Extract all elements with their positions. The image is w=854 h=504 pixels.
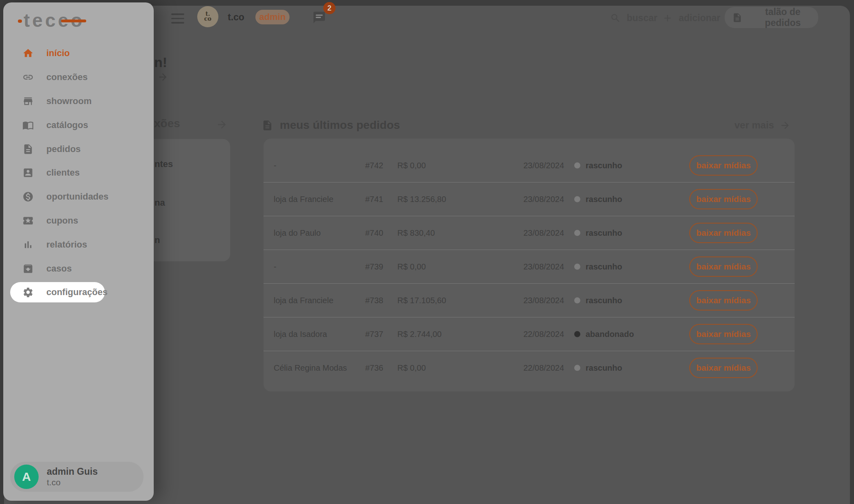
order-client: loja da Franciele: [274, 296, 333, 305]
status-dot: [574, 196, 580, 202]
status-label: abandonado: [586, 330, 634, 339]
dollar-icon: [22, 191, 34, 202]
see-more-link[interactable]: ver mais: [734, 119, 791, 131]
download-media-button[interactable]: baixar mídias: [689, 189, 758, 209]
order-amount: R$ 830,40: [397, 228, 435, 238]
download-media-label: baixar mídias: [696, 329, 751, 339]
order-amount: R$ 2.744,00: [397, 330, 442, 339]
search-icon: [610, 13, 621, 24]
order-number: #737: [365, 330, 383, 339]
download-media-label: baixar mídias: [696, 161, 751, 170]
order-date: 23/08/2024: [523, 296, 564, 305]
connection-item-fragment: ntes: [155, 160, 173, 169]
order-number: #736: [365, 363, 383, 373]
status-label: rascunho: [586, 262, 622, 272]
chart-icon: [22, 239, 34, 250]
chat-button[interactable]: 2: [312, 2, 336, 25]
table-row: - #739 R$ 0,00 23/08/2024 rascunho baixa…: [264, 250, 795, 283]
user-meta: admin Guis t.co: [47, 467, 98, 487]
order-status: rascunho: [574, 296, 622, 305]
status-dot: [574, 298, 580, 304]
status-label: rascunho: [586, 195, 622, 204]
orders-heading-label: meus últimos pedidos: [280, 119, 400, 132]
chat-icon: [312, 11, 326, 24]
order-amount: R$ 0,00: [397, 363, 426, 373]
sidebar-item-cupons[interactable]: cupons: [3, 209, 154, 233]
connections-arrow-icon[interactable]: [216, 119, 228, 130]
sidebar-item-catalogos[interactable]: catálogos: [3, 113, 154, 137]
download-media-button[interactable]: baixar mídias: [689, 290, 758, 311]
order-client: loja da Isadora: [274, 330, 327, 339]
status-dot: [574, 264, 580, 270]
plus-icon: [662, 13, 673, 24]
search-label: buscar: [627, 13, 657, 24]
search-button[interactable]: buscar: [610, 7, 657, 28]
download-media-label: baixar mídias: [696, 262, 751, 271]
admin-badge: admin: [255, 10, 290, 24]
storefront-icon: [22, 96, 34, 107]
greeting-arrow-icon[interactable]: [157, 72, 168, 83]
ticket-icon: [22, 215, 34, 226]
add-button[interactable]: adicionar: [662, 7, 720, 28]
notification-badge: 2: [323, 2, 336, 14]
status-dot: [574, 331, 580, 337]
order-date: 23/08/2024: [523, 195, 564, 204]
table-row: loja do Paulo #740 R$ 830,40 23/08/2024 …: [264, 216, 795, 250]
document-icon: [261, 119, 273, 131]
page: t. co t.co admin 2 buscar adicionar talã…: [0, 0, 854, 504]
download-media-button[interactable]: baixar mídias: [689, 324, 758, 344]
sidebar-item-casos[interactable]: casos: [3, 256, 154, 280]
sidebar-item-pedidos[interactable]: pedidos: [3, 137, 154, 161]
sidebar-item-clientes[interactable]: clientes: [3, 161, 154, 185]
order-amount: R$ 0,00: [397, 262, 426, 272]
table-row: loja da Isadora #737 R$ 2.744,00 22/08/2…: [264, 317, 795, 351]
sidebar-item-relatorios[interactable]: relatórios: [3, 232, 154, 256]
contact-icon: [22, 167, 34, 178]
document-icon: [22, 143, 34, 155]
download-media-label: baixar mídias: [696, 194, 751, 204]
status-label: rascunho: [586, 228, 622, 238]
gear-icon: [22, 287, 34, 298]
table-row: - #742 R$ 0,00 23/08/2024 rascunho baixa…: [264, 149, 795, 182]
sidebar-item-conexoes[interactable]: conexões: [3, 65, 154, 89]
table-row: loja da Franciele #741 R$ 13.256,80 23/0…: [264, 182, 795, 216]
status-dot: [574, 163, 580, 169]
order-status: abandonado: [574, 330, 634, 339]
sidebar-item-configuracoes[interactable]: configurações: [3, 280, 154, 304]
connection-item-fragment: na: [155, 198, 165, 207]
home-icon: [22, 48, 34, 59]
avatar: A: [14, 465, 39, 489]
order-number: #740: [365, 228, 383, 238]
table-row: loja da Franciele #738 R$ 17.105,60 23/0…: [264, 283, 795, 317]
see-more-label: ver mais: [734, 119, 774, 131]
user-chip[interactable]: A admin Guis t.co: [10, 462, 144, 492]
workspace-avatar[interactable]: t. co: [197, 6, 218, 27]
order-date: 23/08/2024: [523, 262, 564, 272]
download-media-label: baixar mídias: [696, 363, 751, 372]
logo-dot: [18, 20, 22, 23]
order-client: Célia Regina Modas: [274, 363, 347, 373]
order-number: #741: [365, 195, 383, 204]
download-media-button[interactable]: baixar mídias: [689, 223, 758, 243]
workspace-name: t.co: [228, 12, 244, 23]
order-client: loja da Franciele: [274, 195, 333, 204]
orders-card: - #742 R$ 0,00 23/08/2024 rascunho baixa…: [264, 139, 795, 391]
status-label: rascunho: [586, 363, 622, 373]
order-amount: R$ 13.256,80: [397, 195, 446, 204]
download-media-button[interactable]: baixar mídias: [689, 256, 758, 277]
order-pad-button[interactable]: talão de pedidos: [725, 7, 818, 28]
sidebar: teceo início conexões showroom catálogos…: [3, 2, 154, 501]
download-media-button[interactable]: baixar mídias: [689, 358, 758, 378]
sidebar-item-inicio[interactable]: início: [3, 41, 154, 65]
order-amount: R$ 0,00: [397, 161, 426, 170]
download-media-button[interactable]: baixar mídias: [689, 155, 758, 176]
order-client: loja do Paulo: [274, 228, 321, 238]
link-icon: [22, 72, 34, 83]
arrow-right-icon: [780, 120, 791, 131]
sidebar-item-oportunidades[interactable]: oportunidades: [3, 185, 154, 209]
order-date: 23/08/2024: [523, 228, 564, 238]
status-label: rascunho: [586, 296, 622, 305]
sidebar-item-showroom[interactable]: showroom: [3, 89, 154, 113]
menu-button[interactable]: [171, 13, 184, 24]
orders-heading: meus últimos pedidos: [261, 119, 400, 132]
